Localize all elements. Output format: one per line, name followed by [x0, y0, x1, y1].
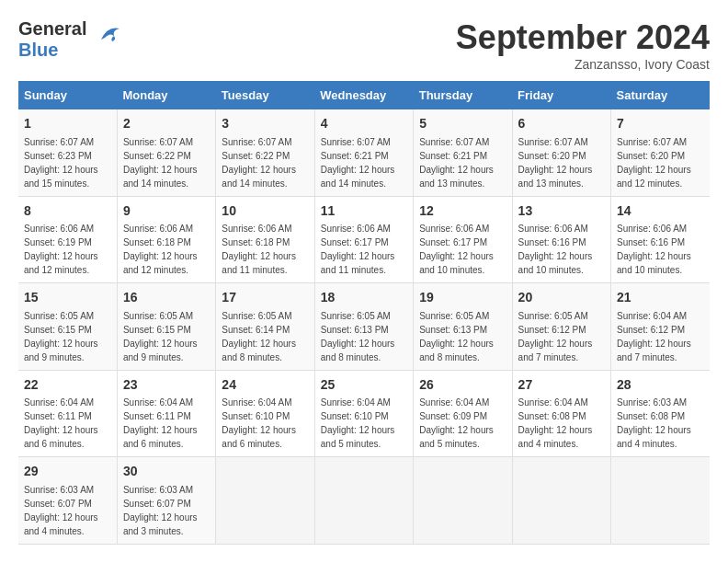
- header-sunday: Sunday: [18, 81, 117, 109]
- daylight-text: Daylight: 12 hours and 11 minutes.: [222, 251, 296, 275]
- sunset-text: Sunset: 6:14 PM: [222, 325, 290, 335]
- calendar-header: Sunday Monday Tuesday Wednesday Thursday…: [18, 81, 710, 109]
- daylight-text: Daylight: 12 hours and 11 minutes.: [321, 251, 395, 275]
- sunrise-text: Sunrise: 6:04 AM: [419, 397, 489, 408]
- day-number: 28: [617, 376, 704, 395]
- day-number: 6: [518, 115, 605, 133]
- sunrise-text: Sunrise: 6:06 AM: [321, 224, 391, 234]
- daylight-text: Daylight: 12 hours and 14 minutes.: [222, 165, 296, 189]
- calendar-cell: 30Sunrise: 6:03 AMSunset: 6:07 PMDayligh…: [117, 457, 215, 545]
- calendar-cell: 10Sunrise: 6:06 AMSunset: 6:18 PMDayligh…: [216, 196, 314, 283]
- title-section: September 2024 Zanzansso, Ivory Coast: [456, 18, 710, 72]
- calendar-cell: 29Sunrise: 6:03 AMSunset: 6:07 PMDayligh…: [18, 457, 117, 545]
- calendar-cell: 2Sunrise: 6:07 AMSunset: 6:22 PMDaylight…: [117, 109, 215, 196]
- sunset-text: Sunset: 6:13 PM: [419, 325, 487, 335]
- sunset-text: Sunset: 6:23 PM: [24, 151, 92, 161]
- day-number: 8: [24, 202, 111, 221]
- header-saturday: Saturday: [611, 81, 710, 109]
- daylight-text: Daylight: 12 hours and 4 minutes.: [24, 512, 98, 536]
- sunset-text: Sunset: 6:11 PM: [123, 411, 191, 421]
- calendar-cell: [611, 457, 710, 545]
- calendar-week-row: 8Sunrise: 6:06 AMSunset: 6:19 PMDaylight…: [18, 196, 710, 283]
- daylight-text: Daylight: 12 hours and 13 minutes.: [518, 165, 593, 189]
- daylight-text: Daylight: 12 hours and 8 minutes.: [222, 339, 296, 362]
- sunrise-text: Sunrise: 6:07 AM: [518, 137, 588, 147]
- daylight-text: Daylight: 12 hours and 10 minutes.: [617, 251, 691, 275]
- daylight-text: Daylight: 12 hours and 9 minutes.: [24, 339, 98, 362]
- day-number: 22: [24, 376, 111, 395]
- sunrise-text: Sunrise: 6:06 AM: [617, 224, 687, 234]
- daylight-text: Daylight: 12 hours and 6 minutes.: [123, 425, 198, 449]
- sunrise-text: Sunrise: 6:04 AM: [24, 397, 94, 408]
- sunrise-text: Sunrise: 6:04 AM: [617, 311, 687, 321]
- day-number: 20: [518, 289, 605, 307]
- day-number: 13: [518, 202, 605, 221]
- day-number: 25: [321, 376, 407, 395]
- daylight-text: Daylight: 12 hours and 14 minutes.: [321, 165, 395, 189]
- sunrise-text: Sunrise: 6:07 AM: [419, 137, 489, 147]
- daylight-text: Daylight: 12 hours and 7 minutes.: [617, 339, 691, 362]
- daylight-text: Daylight: 12 hours and 4 minutes.: [617, 425, 691, 449]
- daylight-text: Daylight: 12 hours and 10 minutes.: [419, 251, 494, 275]
- day-number: 12: [419, 202, 506, 221]
- logo: General Blue: [18, 18, 121, 61]
- calendar-cell: 24Sunrise: 6:04 AMSunset: 6:10 PMDayligh…: [216, 370, 314, 457]
- daylight-text: Daylight: 12 hours and 8 minutes.: [321, 339, 395, 362]
- calendar-cell: [414, 457, 512, 545]
- month-title: September 2024: [456, 18, 710, 57]
- day-number: 23: [123, 376, 210, 395]
- day-number: 30: [123, 463, 210, 481]
- calendar-cell: 4Sunrise: 6:07 AMSunset: 6:21 PMDaylight…: [314, 109, 413, 196]
- day-number: 9: [123, 202, 210, 221]
- daylight-text: Daylight: 12 hours and 5 minutes.: [321, 425, 395, 449]
- sunrise-text: Sunrise: 6:07 AM: [222, 137, 291, 147]
- sunset-text: Sunset: 6:16 PM: [617, 237, 685, 247]
- calendar-cell: 26Sunrise: 6:04 AMSunset: 6:09 PMDayligh…: [414, 370, 512, 457]
- day-number: 11: [321, 202, 407, 221]
- header-tuesday: Tuesday: [216, 81, 314, 109]
- sunrise-text: Sunrise: 6:05 AM: [24, 311, 94, 321]
- sunset-text: Sunset: 6:09 PM: [419, 411, 487, 421]
- day-number: 16: [123, 289, 210, 307]
- calendar-cell: 20Sunrise: 6:05 AMSunset: 6:12 PMDayligh…: [512, 283, 610, 371]
- sunset-text: Sunset: 6:21 PM: [419, 151, 487, 161]
- calendar-week-row: 1Sunrise: 6:07 AMSunset: 6:23 PMDaylight…: [18, 109, 710, 196]
- day-number: 10: [222, 202, 308, 221]
- calendar-cell: 16Sunrise: 6:05 AMSunset: 6:15 PMDayligh…: [117, 283, 215, 371]
- sunrise-text: Sunrise: 6:06 AM: [24, 224, 94, 234]
- daylight-text: Daylight: 12 hours and 13 minutes.: [419, 165, 494, 189]
- sunset-text: Sunset: 6:16 PM: [518, 237, 586, 247]
- day-number: 29: [24, 463, 111, 481]
- day-number: 2: [123, 115, 210, 133]
- calendar-cell: 7Sunrise: 6:07 AMSunset: 6:20 PMDaylight…: [611, 109, 710, 196]
- sunrise-text: Sunrise: 6:04 AM: [123, 397, 193, 408]
- day-number: 19: [419, 289, 506, 307]
- sunrise-text: Sunrise: 6:04 AM: [518, 397, 588, 408]
- calendar-week-row: 29Sunrise: 6:03 AMSunset: 6:07 PMDayligh…: [18, 457, 710, 545]
- header-wednesday: Wednesday: [314, 81, 413, 109]
- sunset-text: Sunset: 6:15 PM: [123, 325, 191, 335]
- calendar-week-row: 22Sunrise: 6:04 AMSunset: 6:11 PMDayligh…: [18, 370, 710, 457]
- day-number: 27: [518, 376, 605, 395]
- daylight-text: Daylight: 12 hours and 7 minutes.: [518, 339, 593, 362]
- calendar-cell: 27Sunrise: 6:04 AMSunset: 6:08 PMDayligh…: [512, 370, 610, 457]
- sunset-text: Sunset: 6:08 PM: [518, 411, 586, 421]
- sunset-text: Sunset: 6:20 PM: [518, 151, 586, 161]
- sunset-text: Sunset: 6:19 PM: [24, 237, 92, 247]
- sunrise-text: Sunrise: 6:03 AM: [24, 485, 94, 495]
- sunset-text: Sunset: 6:12 PM: [518, 325, 586, 335]
- calendar-cell: 1Sunrise: 6:07 AMSunset: 6:23 PMDaylight…: [18, 109, 117, 196]
- sunrise-text: Sunrise: 6:05 AM: [419, 311, 489, 321]
- day-number: 4: [321, 115, 407, 133]
- calendar-cell: [216, 457, 314, 545]
- calendar-cell: 6Sunrise: 6:07 AMSunset: 6:20 PMDaylight…: [512, 109, 610, 196]
- sunset-text: Sunset: 6:17 PM: [321, 237, 389, 247]
- calendar-cell: [314, 457, 413, 545]
- sunrise-text: Sunrise: 6:03 AM: [123, 485, 193, 495]
- sunset-text: Sunset: 6:18 PM: [123, 237, 191, 247]
- daylight-text: Daylight: 12 hours and 5 minutes.: [419, 425, 494, 449]
- calendar-cell: 15Sunrise: 6:05 AMSunset: 6:15 PMDayligh…: [18, 283, 117, 371]
- daylight-text: Daylight: 12 hours and 6 minutes.: [24, 425, 98, 449]
- day-number: 3: [222, 115, 308, 133]
- sunset-text: Sunset: 6:07 PM: [123, 499, 191, 509]
